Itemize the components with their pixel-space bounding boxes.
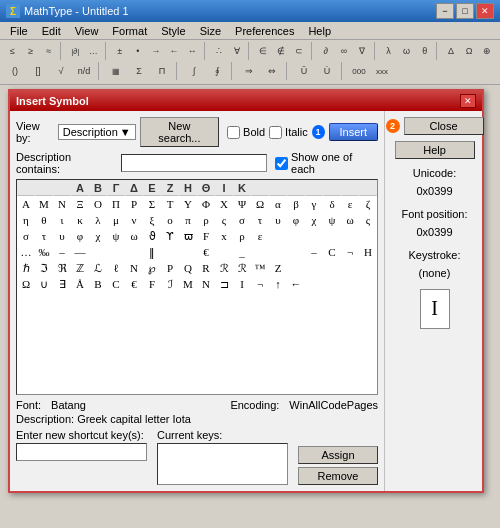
sym-Psi[interactable]: Ψ [233, 196, 251, 212]
sym-F[interactable]: F [197, 228, 215, 244]
tb-Delta[interactable]: Δ [442, 42, 459, 60]
sym-Upsilon[interactable]: ϒ [161, 228, 179, 244]
help-button[interactable]: Help [395, 141, 475, 159]
menu-size[interactable]: Size [194, 23, 227, 39]
sym-vdbar[interactable]: ‖ [143, 244, 161, 260]
menu-preferences[interactable]: Preferences [229, 23, 300, 39]
tb-dot[interactable]: • [129, 42, 146, 60]
shortcut-key-input[interactable] [16, 443, 147, 461]
remove-button[interactable]: Remove [298, 467, 378, 485]
sym-upsilon2[interactable]: υ [53, 228, 71, 244]
sym-Rcal1[interactable]: ℛ [215, 260, 233, 276]
sym-xi[interactable]: ξ [143, 212, 161, 228]
sym-C2[interactable]: C [107, 276, 125, 292]
tb-bracket[interactable]: [] [27, 62, 49, 80]
sym-rhovar[interactable]: ρ [233, 228, 251, 244]
sym-delta[interactable]: δ [323, 196, 341, 212]
sym-psi2[interactable]: ψ [107, 228, 125, 244]
sym-sqsup[interactable]: ⊐ [215, 276, 233, 292]
sym-omega[interactable]: ω [341, 212, 359, 228]
sym-Y[interactable]: Y [179, 196, 197, 212]
menu-format[interactable]: Format [106, 23, 153, 39]
show-one-checkbox[interactable] [275, 157, 288, 170]
sym-omega2[interactable]: ω [125, 228, 143, 244]
tb-plus[interactable]: ± [111, 42, 128, 60]
tb-frac1[interactable]: |∂| [67, 42, 84, 60]
tb-circled[interactable]: ⊕ [479, 42, 496, 60]
sym-rho[interactable]: ρ [197, 212, 215, 228]
tb-forall[interactable]: ∀ [228, 42, 245, 60]
new-search-button[interactable]: New search... [140, 117, 219, 147]
insert-button[interactable]: Insert [329, 123, 379, 141]
tb-infty[interactable]: ∞ [335, 42, 352, 60]
sym-ellipsis[interactable]: … [17, 244, 35, 260]
sym-tau2[interactable]: τ [35, 228, 53, 244]
bold-checkbox[interactable] [227, 126, 240, 139]
sym-phi[interactable]: φ [287, 212, 305, 228]
tb-del[interactable]: ∇ [353, 42, 370, 60]
menu-view[interactable]: View [69, 23, 105, 39]
menu-file[interactable]: File [4, 23, 34, 39]
sym-psi[interactable]: ψ [323, 212, 341, 228]
menu-help[interactable]: Help [302, 23, 337, 39]
sym-R[interactable]: P [125, 196, 143, 212]
sym-pi[interactable]: π [179, 212, 197, 228]
menu-style[interactable]: Style [155, 23, 191, 39]
sym-X[interactable]: X [215, 196, 233, 212]
sym-s[interactable]: ς [359, 212, 377, 228]
sym-cup[interactable]: ∪ [35, 276, 53, 292]
sym-thetavar[interactable]: ϑ [143, 228, 161, 244]
sym-sigma[interactable]: σ [233, 212, 251, 228]
tb-arrow-r[interactable]: ⇒ [238, 62, 260, 80]
sym-ZZ[interactable]: ℤ [71, 260, 89, 276]
sym-euro2[interactable]: € [125, 276, 143, 292]
sym-N2[interactable]: N [125, 260, 143, 276]
sym-Im[interactable]: ℑ [35, 260, 53, 276]
tb-matrix[interactable]: ▦ [105, 62, 127, 80]
sym-omi[interactable]: ο [161, 212, 179, 228]
tb-leq[interactable]: ≤ [4, 42, 21, 60]
sym-gamma[interactable]: γ [305, 196, 323, 212]
sym-P2[interactable]: P [161, 260, 179, 276]
assign-button[interactable]: Assign [298, 446, 378, 464]
minimize-button[interactable]: − [436, 3, 454, 19]
tb-frac2[interactable]: … [85, 42, 102, 60]
tb-approx[interactable]: ≈ [40, 42, 57, 60]
sym-epsvar[interactable]: ε [251, 228, 269, 244]
tb-lambda[interactable]: λ [380, 42, 397, 60]
maximize-button[interactable]: □ [456, 3, 474, 19]
sym-Z2[interactable]: Z [269, 260, 287, 276]
tb-notelem[interactable]: ∉ [273, 42, 290, 60]
tb-larrow[interactable]: ← [166, 42, 183, 60]
sym-Zt[interactable]: ℜ [53, 260, 71, 276]
sym-Lcal[interactable]: ℒ [89, 260, 107, 276]
sym-Omega2[interactable]: Ω [17, 276, 35, 292]
sym-C[interactable]: C [323, 244, 341, 260]
sym-wp[interactable]: ℘ [143, 260, 161, 276]
sym-varsigma[interactable]: ς [215, 212, 233, 228]
tb-hat-u[interactable]: Û [293, 62, 315, 80]
sym-eta[interactable]: η [17, 212, 35, 228]
sym-zeta[interactable]: ζ [359, 196, 377, 212]
sym-iota[interactable]: ι [53, 212, 71, 228]
tb-sqrt[interactable]: √ [50, 62, 72, 80]
tb-xxx[interactable]: xxx [371, 62, 393, 80]
sym-Sigma[interactable]: Σ [143, 196, 161, 212]
tb-Omega[interactable]: Ω [461, 42, 478, 60]
sym-permille[interactable]: ‰ [35, 244, 53, 260]
tb-subset[interactable]: ⊂ [291, 42, 308, 60]
close-window-button[interactable]: ✕ [476, 3, 494, 19]
tb-theta[interactable]: θ [416, 42, 433, 60]
sym-Ang[interactable]: Å [71, 276, 89, 292]
sym-T[interactable]: T [161, 196, 179, 212]
sym-R2[interactable]: R [197, 260, 215, 276]
tb-arrow-lr[interactable]: ⇔ [261, 62, 283, 80]
sym-Xi[interactable]: Ξ [71, 196, 89, 212]
sym-Phi[interactable]: Φ [197, 196, 215, 212]
sym-endash2[interactable]: – [305, 244, 323, 260]
sym-Omega[interactable]: Ω [251, 196, 269, 212]
viewby-dropdown[interactable]: Description ▼ [58, 124, 136, 140]
sym-hbar[interactable]: ℏ [17, 260, 35, 276]
sym-emdash[interactable]: — [71, 244, 89, 260]
sym-tm[interactable]: ™ [251, 260, 269, 276]
